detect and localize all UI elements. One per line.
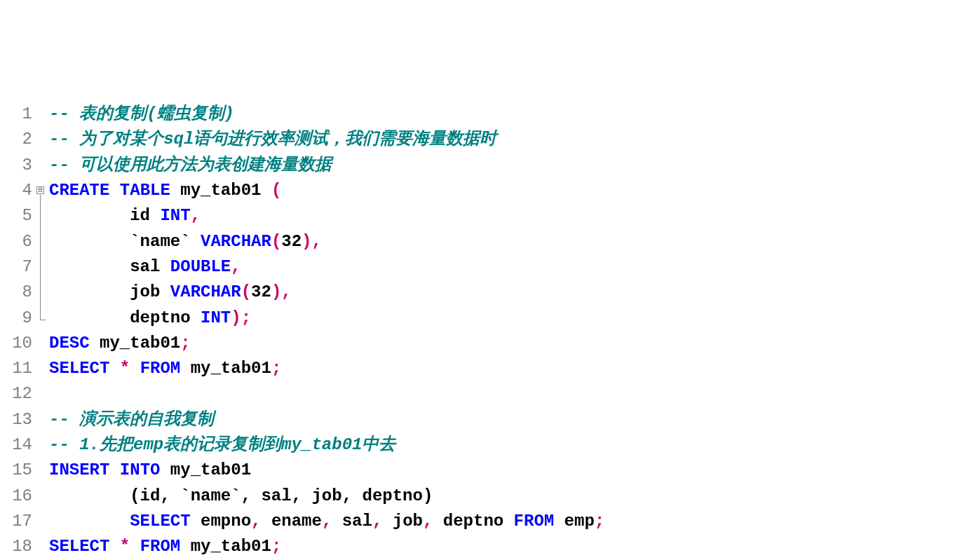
line-number: 9 (22, 308, 32, 327)
punct: , (281, 282, 291, 301)
bracket: ) (302, 232, 311, 251)
identifier: my_tab01 (180, 181, 261, 200)
line-number: 18 (12, 537, 32, 556)
star: * (120, 537, 130, 556)
identifier: my_tab01 (170, 460, 251, 479)
type: INT (201, 308, 231, 327)
comment: -- 1.先把emp表的记录复制到my_tab01中去 (49, 435, 395, 454)
line-number: 1 (22, 104, 32, 123)
identifier: my_tab01 (100, 334, 180, 353)
identifier: my_tab01 (191, 359, 271, 378)
line-number: 4 (22, 181, 32, 200)
bracket: ) (271, 282, 281, 301)
identifier: id (130, 206, 150, 225)
line-number: 7 (22, 257, 32, 276)
column-list: (id, `name`, sal, job, deptno) (130, 486, 433, 505)
line-number-gutter: 1 2 3 4 5 6 7 8 9 10 11 12 13 14 15 16 1… (0, 102, 36, 560)
identifier: sal (342, 512, 372, 531)
bracket: ( (271, 232, 281, 251)
type: VARCHAR (170, 282, 241, 301)
line-number: 5 (22, 206, 32, 225)
comment: -- 表的复制(蠕虫复制) (49, 104, 234, 123)
type: INT (160, 206, 190, 225)
bracket: ( (241, 282, 251, 301)
identifier: ename (271, 512, 322, 531)
line-number: 3 (22, 156, 32, 175)
punct: ; (180, 334, 190, 353)
number: 32 (251, 282, 271, 301)
line-number: 6 (22, 232, 32, 251)
type: DOUBLE (170, 257, 231, 276)
identifier: my_tab01 (191, 537, 271, 556)
type: VARCHAR (201, 232, 271, 251)
keyword: INSERT (49, 460, 109, 479)
identifier: emp (564, 512, 595, 531)
identifier: deptno (130, 308, 190, 327)
punct: , (231, 257, 241, 276)
keyword: INTO (120, 460, 161, 479)
line-number: 13 (12, 410, 32, 429)
identifier: empno (201, 512, 251, 531)
line-number: 2 (22, 130, 32, 149)
bracket: ( (271, 181, 281, 200)
line-number: 16 (12, 486, 32, 505)
punct: ; (271, 537, 281, 556)
line-number: 15 (12, 460, 32, 479)
keyword: DESC (49, 334, 90, 353)
comment: -- 可以使用此方法为表创建海量数据 (49, 156, 332, 175)
comment: -- 为了对某个sql语句进行效率测试，我们需要海量数据时 (49, 130, 496, 149)
line-number: 12 (12, 384, 32, 403)
keyword: FROM (514, 512, 555, 531)
keyword: SELECT (130, 512, 190, 531)
comment: -- 演示表的自我复制 (49, 410, 214, 429)
line-number: 10 (12, 334, 32, 353)
code-editor: 1 2 3 4 5 6 7 8 9 10 11 12 13 14 15 16 1… (0, 102, 967, 560)
bracket: ) (231, 308, 241, 327)
identifier: `name` (130, 232, 190, 251)
keyword: FROM (140, 537, 181, 556)
keyword: SELECT (49, 359, 109, 378)
identifier: deptno (443, 512, 503, 531)
keyword: TABLE (120, 181, 170, 200)
punct: ; (241, 308, 251, 327)
code-content[interactable]: -- 表的复制(蠕虫复制) -- 为了对某个sql语句进行效率测试，我们需要海量… (49, 102, 967, 560)
fold-column: ⊟ (36, 102, 49, 560)
identifier: job (393, 512, 423, 531)
fold-toggle-icon[interactable]: ⊟ (36, 186, 44, 194)
punct: ; (271, 359, 281, 378)
identifier: sal (130, 257, 160, 276)
punct: ; (595, 512, 604, 531)
punct: , (191, 206, 201, 225)
line-number: 8 (22, 282, 32, 301)
fold-guide-line (40, 195, 41, 320)
fold-end-marker (40, 320, 46, 320)
line-number: 11 (12, 359, 32, 378)
line-number: 14 (12, 435, 32, 454)
line-number: 17 (12, 512, 32, 531)
identifier: job (130, 282, 160, 301)
star: * (120, 359, 130, 378)
number: 32 (281, 232, 302, 251)
keyword: FROM (140, 359, 181, 378)
punct: , (312, 232, 322, 251)
keyword: SELECT (49, 537, 109, 556)
